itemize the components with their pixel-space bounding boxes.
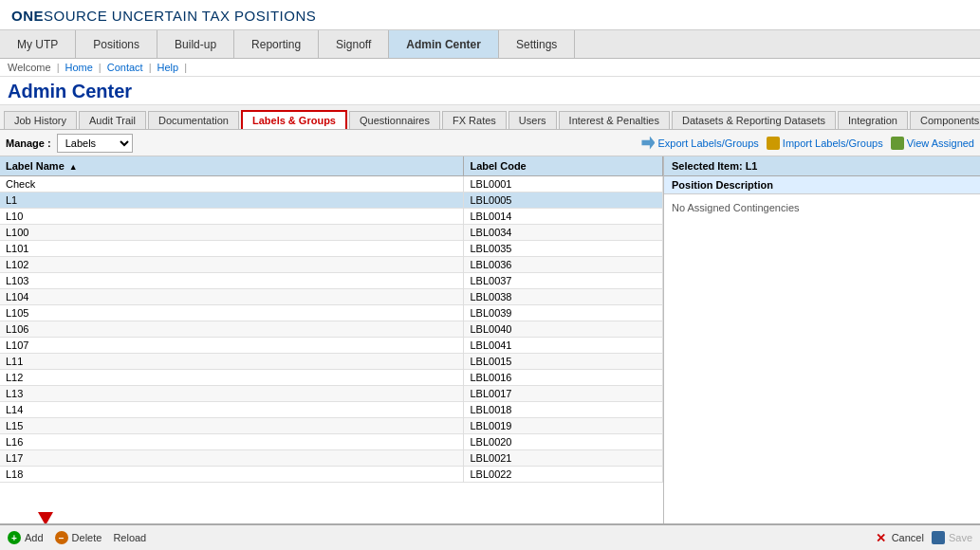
nav-reporting[interactable]: Reporting	[234, 30, 319, 58]
contact-link[interactable]: Contact	[107, 62, 143, 73]
reload-button[interactable]: Reload	[113, 532, 146, 543]
tab-job-history[interactable]: Job History	[4, 111, 77, 129]
delete-label: Delete	[72, 532, 102, 543]
export-icon	[641, 137, 655, 150]
label-name-cell: L15	[0, 418, 464, 434]
tab-labels-groups[interactable]: Labels & Groups	[241, 110, 347, 129]
delete-button[interactable]: − Delete	[55, 531, 102, 544]
table-row[interactable]: L12LBL0016	[0, 370, 663, 386]
table-row[interactable]: L10LBL0014	[0, 209, 663, 225]
label-name-cell: L10	[0, 209, 464, 225]
help-link[interactable]: Help	[157, 62, 179, 73]
tab-components[interactable]: Components	[910, 111, 980, 129]
label-code-cell: LBL0034	[464, 225, 663, 241]
label-name-cell: L100	[0, 225, 464, 241]
cancel-icon: ✕	[875, 531, 888, 544]
app-title-rest: SOURCE UNCERTAIN TAX POSITIONS	[44, 8, 316, 24]
label-name-cell: L11	[0, 354, 464, 370]
page-title: Admin Center	[8, 81, 132, 101]
table-row[interactable]: L16LBL0020	[0, 434, 663, 450]
delete-icon: −	[55, 531, 68, 544]
label-name-cell: L103	[0, 273, 464, 289]
label-name-cell: L18	[0, 467, 464, 483]
col-code-header[interactable]: Label Code	[464, 156, 663, 176]
tab-datasets[interactable]: Datasets & Reporting Datasets	[672, 111, 836, 129]
label-name-cell: L12	[0, 370, 464, 386]
save-label: Save	[949, 532, 972, 543]
label-name-cell: L105	[0, 305, 464, 321]
label-name-cell: L16	[0, 434, 464, 450]
app-title-bold: ONE	[11, 8, 44, 24]
home-link[interactable]: Home	[65, 62, 93, 73]
tab-questionnaires[interactable]: Questionnaires	[349, 111, 440, 129]
table-row[interactable]: L13LBL0017	[0, 386, 663, 402]
label-name-cell: L1	[0, 192, 464, 209]
nav-bar: My UTP Positions Build-up Reporting Sign…	[0, 30, 980, 59]
tab-documentation[interactable]: Documentation	[148, 111, 239, 129]
label-code-cell: LBL0038	[464, 289, 663, 305]
table-row[interactable]: L101LBL0035	[0, 241, 663, 257]
nav-signoff[interactable]: Signoff	[319, 30, 389, 58]
label-code-cell: LBL0019	[464, 418, 663, 434]
label-name-cell: L106	[0, 321, 464, 338]
table-row[interactable]: L1LBL0005	[0, 192, 663, 209]
table-row[interactable]: L105LBL0039	[0, 305, 663, 321]
table-row[interactable]: CheckLBL0001	[0, 176, 663, 192]
label-code-cell: LBL0021	[464, 450, 663, 467]
export-button[interactable]: Export Labels/Groups	[641, 137, 758, 150]
table-row[interactable]: L107LBL0041	[0, 338, 663, 354]
table-row[interactable]: L18LBL0022	[0, 467, 663, 483]
col-name-header[interactable]: Label Name ▲	[0, 156, 464, 176]
label-name-cell: L17	[0, 450, 464, 467]
nav-buildup[interactable]: Build-up	[157, 30, 234, 58]
table-row[interactable]: L106LBL0040	[0, 321, 663, 338]
label-code-cell: LBL0001	[464, 176, 663, 192]
label-name-cell: Check	[0, 176, 464, 192]
tab-fx-rates[interactable]: FX Rates	[442, 111, 507, 129]
label-code-cell: LBL0015	[464, 354, 663, 370]
save-button[interactable]: Save	[932, 531, 972, 544]
view-assigned-button[interactable]: View Assigned	[891, 137, 974, 150]
label-code-cell: LBL0036	[464, 257, 663, 273]
add-button[interactable]: + Add	[8, 531, 44, 544]
nav-positions[interactable]: Positions	[76, 30, 157, 58]
add-icon: +	[8, 531, 21, 544]
toolbar-right: Export Labels/Groups Import Labels/Group…	[641, 137, 974, 150]
label-code-cell: LBL0035	[464, 241, 663, 257]
welcome-text: Welcome	[8, 62, 51, 73]
nav-settings[interactable]: Settings	[499, 30, 575, 58]
app-header: ONESOURCE UNCERTAIN TAX POSITIONS	[0, 0, 980, 30]
import-button[interactable]: Import Labels/Groups	[767, 137, 883, 150]
label-code-cell: LBL0041	[464, 338, 663, 354]
left-panel: Label Name ▲ Label Code CheckLBL0001L1LB…	[0, 156, 664, 549]
nav-admin-center[interactable]: Admin Center	[389, 30, 499, 58]
table-row[interactable]: L100LBL0034	[0, 225, 663, 241]
label-name-cell: L14	[0, 402, 464, 418]
nav-my-utp[interactable]: My UTP	[0, 30, 76, 58]
save-icon	[932, 531, 945, 544]
view-assigned-label: View Assigned	[907, 138, 974, 149]
table-row[interactable]: L14LBL0018	[0, 402, 663, 418]
table-scroll[interactable]: Label Name ▲ Label Code CheckLBL0001L1LB…	[0, 156, 663, 549]
label-code-cell: LBL0016	[464, 370, 663, 386]
no-contingencies-text: No Assigned Contingencies	[672, 202, 800, 213]
import-label: Import Labels/Groups	[783, 138, 883, 149]
label-code-cell: LBL0039	[464, 305, 663, 321]
table-row[interactable]: L15LBL0019	[0, 418, 663, 434]
tab-integration[interactable]: Integration	[838, 111, 908, 129]
table-row[interactable]: L102LBL0036	[0, 257, 663, 273]
cancel-button[interactable]: ✕ Cancel	[875, 531, 924, 544]
table-row[interactable]: L17LBL0021	[0, 450, 663, 467]
tab-interest-penalties[interactable]: Interest & Penalties	[559, 111, 670, 129]
table-row[interactable]: L103LBL0037	[0, 273, 663, 289]
toolbar-left: Manage : Labels Groups	[6, 134, 133, 153]
right-panel-sub-header: Position Description	[664, 176, 980, 194]
tab-audit-trail[interactable]: Audit Trail	[79, 111, 146, 129]
tab-users[interactable]: Users	[508, 111, 557, 129]
label-code-cell: LBL0020	[464, 434, 663, 450]
label-code-cell: LBL0018	[464, 402, 663, 418]
table-row[interactable]: L11LBL0015	[0, 354, 663, 370]
label-code-cell: LBL0040	[464, 321, 663, 338]
table-row[interactable]: L104LBL0038	[0, 289, 663, 305]
manage-select[interactable]: Labels Groups	[57, 134, 133, 153]
